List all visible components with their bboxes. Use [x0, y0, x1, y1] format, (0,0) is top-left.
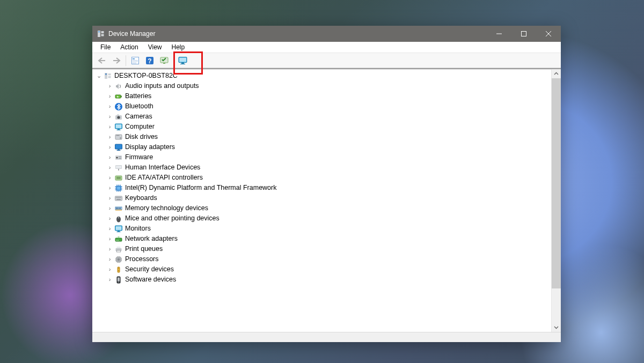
svg-rect-31 [117, 129, 121, 130]
memory-icon [114, 204, 123, 213]
svg-rect-7 [133, 60, 138, 61]
tree-node[interactable]: ›Software devices [92, 275, 551, 285]
tree-node[interactable]: ›IDE ATA/ATAPI controllers [92, 173, 551, 183]
tree-node[interactable]: ›Display adapters [92, 142, 551, 152]
cpu-icon [114, 255, 123, 264]
tree-node[interactable]: ›Firmware [92, 152, 551, 162]
svg-rect-34 [116, 135, 120, 136]
keyboard-icon [114, 194, 123, 203]
svg-rect-49 [115, 196, 122, 201]
scroll-down-button[interactable] [552, 323, 561, 332]
expander-icon[interactable]: › [106, 91, 113, 101]
expander-icon[interactable]: › [106, 203, 113, 213]
tree-node[interactable]: ›Monitors [92, 224, 551, 234]
tree-node[interactable]: ›Network adapters [92, 234, 551, 244]
tree-node[interactable]: ›Processors [92, 254, 551, 264]
tree-node[interactable]: ›Disk drives [92, 132, 551, 142]
svg-rect-71 [117, 240, 118, 240]
tree-node[interactable]: ›Computer [92, 122, 551, 132]
back-button[interactable] [96, 55, 108, 66]
tree-root-label: DESKTOP-0BST82C [114, 71, 178, 81]
network-icon [114, 235, 123, 243]
tree-node[interactable]: ›Intel(R) Dynamic Platform and Thermal F… [92, 183, 551, 193]
tree-node[interactable]: ›Mice and other pointing devices [92, 213, 551, 224]
menu-view[interactable]: View [143, 43, 167, 51]
close-button[interactable] [536, 26, 561, 42]
svg-rect-1 [98, 31, 100, 33]
expander-icon[interactable]: › [106, 142, 113, 152]
tree-node[interactable]: ›Cameras [92, 112, 551, 122]
menubar: File Action View Help [92, 42, 561, 53]
tree-node-label: Mice and other pointing devices [125, 213, 219, 224]
svg-rect-72 [118, 240, 119, 240]
expander-icon[interactable]: › [106, 101, 113, 112]
statusbar [92, 332, 561, 342]
menu-action[interactable]: Action [115, 43, 143, 51]
svg-rect-52 [118, 197, 119, 198]
svg-rect-20 [108, 73, 111, 76]
svg-rect-29 [116, 124, 122, 128]
tree-node-label: Computer [125, 122, 155, 132]
svg-rect-55 [116, 199, 121, 200]
svg-point-39 [116, 157, 118, 158]
expander-icon[interactable]: › [106, 234, 113, 244]
tree-node-label: IDE ATA/ATAPI controllers [125, 173, 203, 183]
toolbar-separator [126, 55, 126, 66]
expander-icon[interactable]: › [106, 122, 113, 132]
add-hardware-button[interactable] [177, 55, 189, 66]
tree-node[interactable]: ›Human Interface Devices [92, 162, 551, 173]
tree-node[interactable]: ›Print queues [92, 244, 551, 254]
expander-icon[interactable]: ⌄ [96, 71, 103, 81]
tree-node[interactable]: ›Batteries [92, 91, 551, 101]
expander-icon[interactable]: › [106, 193, 113, 203]
svg-rect-43 [116, 166, 121, 168]
expander-icon[interactable]: › [106, 162, 113, 173]
expander-icon[interactable]: › [106, 81, 113, 91]
help-button[interactable]: ? [143, 55, 156, 66]
menu-file[interactable]: File [96, 43, 115, 51]
monitor-icon [114, 123, 123, 131]
tree-node[interactable]: ›Keyboards [92, 193, 551, 203]
vertical-scrollbar[interactable] [551, 69, 561, 332]
tree-root[interactable]: ⌄DESKTOP-0BST82C [92, 71, 551, 81]
expander-icon[interactable]: › [106, 213, 113, 224]
scan-hardware-button[interactable] [158, 55, 171, 66]
tree-node[interactable]: ›Audio inputs and outputs [92, 81, 551, 91]
expander-icon[interactable]: › [106, 112, 113, 122]
tree-node-label: Batteries [125, 91, 151, 101]
expander-icon[interactable]: › [106, 173, 113, 183]
scrollbar-track[interactable] [552, 78, 561, 323]
expander-icon[interactable]: › [106, 275, 113, 285]
forward-button[interactable] [110, 55, 123, 66]
scrollbar-thumb[interactable] [552, 78, 561, 288]
svg-rect-40 [119, 157, 121, 157]
expander-icon[interactable]: › [106, 152, 113, 162]
expander-icon[interactable]: › [106, 254, 113, 264]
svg-rect-17 [180, 63, 185, 64]
expander-icon[interactable]: › [106, 183, 113, 193]
menu-help[interactable]: Help [167, 43, 190, 51]
security-icon [114, 265, 123, 274]
device-tree[interactable]: ⌄DESKTOP-0BST82C›Audio inputs and output… [92, 69, 551, 332]
expander-icon[interactable]: › [106, 224, 113, 234]
titlebar[interactable]: Device Manager [92, 26, 561, 42]
svg-rect-13 [163, 63, 165, 64]
expander-icon[interactable]: › [106, 132, 113, 142]
tree-node-label: Processors [125, 254, 159, 264]
minimize-button[interactable] [487, 26, 511, 42]
battery-icon [114, 92, 123, 101]
expander-icon[interactable]: › [106, 244, 113, 254]
mouse-icon [114, 214, 123, 223]
svg-rect-66 [118, 231, 120, 232]
svg-rect-37 [117, 150, 121, 150]
tree-node[interactable]: ›Memory technology devices [92, 203, 551, 213]
maximize-button[interactable] [511, 26, 536, 42]
svg-rect-19 [105, 73, 107, 75]
expander-icon[interactable]: › [106, 264, 113, 275]
svg-rect-9 [133, 63, 136, 63]
tree-node[interactable]: ›Bluetooth [92, 101, 551, 112]
scroll-up-button[interactable] [552, 69, 561, 78]
svg-rect-70 [116, 240, 117, 240]
tree-node[interactable]: ›Security devices [92, 264, 551, 275]
properties-button[interactable] [129, 55, 142, 66]
